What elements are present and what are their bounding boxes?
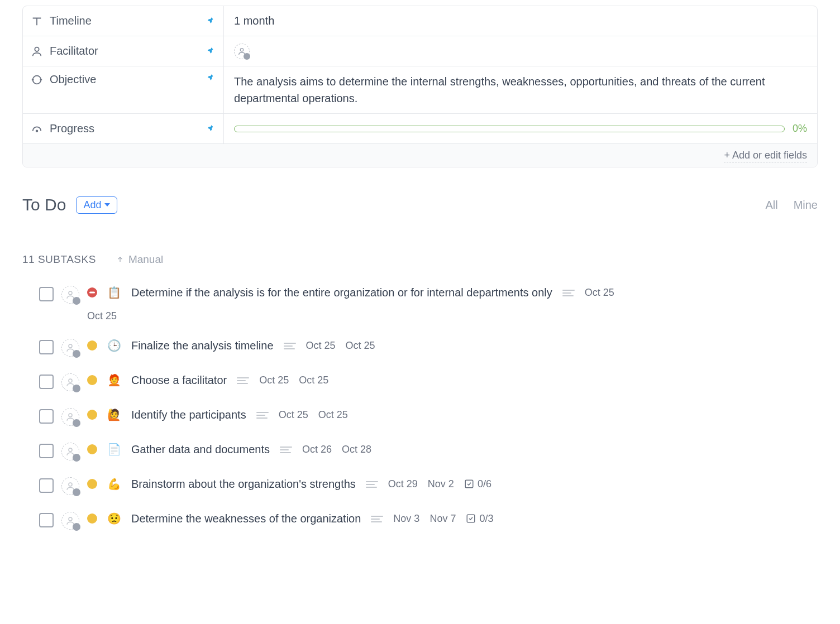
pin-icon[interactable] [206,73,216,83]
add-fields-row: + Add or edit fields [23,144,817,167]
priority-indicator [87,287,97,297]
task-end-date: Oct 25 [299,375,328,386]
task-title[interactable]: Gather data and documents [131,443,270,456]
task-emoji-icon: 🧑‍🦰 [107,373,121,387]
field-label-cell: Timeline [23,6,224,36]
tasks-list: 📋Determine if the analysis is for the en… [22,286,818,530]
task-title[interactable]: Finalize the analysis timeline [131,339,274,352]
svg-point-7 [69,414,72,417]
task-checkbox[interactable] [39,287,54,301]
add-fields-link[interactable]: + Add or edit fields [724,150,807,162]
task-emoji-icon: 🕒 [107,339,121,352]
section-title: To Do [22,195,66,214]
task-emoji-icon: 📋 [107,286,121,299]
task-start-date: Oct 26 [302,444,332,455]
sort-button[interactable]: Manual [116,253,163,266]
task-main: 🙋Identify the participantsOct 25Oct 25 [87,408,348,421]
description-icon [366,481,378,487]
task-assignee-empty[interactable] [61,373,79,391]
task-end-date: Oct 28 [342,444,371,455]
task-assignee-empty[interactable] [61,339,79,357]
task-row[interactable]: 🙋Identify the participantsOct 25Oct 25 [39,408,818,426]
task-checkbox[interactable] [39,375,54,389]
task-row[interactable]: 📋Determine if the analysis is for the en… [39,286,818,322]
description-icon [371,516,383,521]
filter-mine[interactable]: Mine [794,199,818,212]
svg-point-4 [69,291,72,295]
task-start-date: Oct 25 [279,409,308,421]
task-checkbox[interactable] [39,444,54,458]
progress-bar [234,126,785,132]
svg-point-9 [69,483,72,486]
task-emoji-icon: 😟 [107,512,121,525]
field-value[interactable] [224,36,817,66]
svg-point-1 [240,48,243,51]
field-value[interactable]: 0% [224,114,817,143]
field-label: Objective [50,73,96,86]
filter-all[interactable]: All [765,199,777,212]
svg-point-8 [69,448,72,452]
description-icon [562,290,575,295]
description-icon [237,377,249,383]
field-label-cell: Progress [23,114,224,143]
task-start-date: Oct 25 [306,340,336,352]
text-icon [31,15,43,27]
task-row[interactable]: 😟Determine the weaknesses of the organiz… [39,512,818,530]
subtasks-count: 11 SUBTASKS [22,253,96,266]
task-emoji-icon: 💪 [107,477,121,491]
task-assignee-empty[interactable] [61,477,79,495]
priority-indicator [87,479,97,489]
progress-text: 0% [793,123,807,135]
task-emoji-icon: 📄 [107,443,121,456]
task-row[interactable]: 💪Brainstorm about the organization's str… [39,477,818,495]
task-checkbox[interactable] [39,409,54,424]
field-label: Timeline [50,15,92,27]
field-row-timeline[interactable]: Timeline 1 month [23,6,817,36]
task-title[interactable]: Identify the participants [131,409,246,421]
svg-point-2 [33,75,41,84]
field-row-objective[interactable]: Objective The analysis aims to determine… [23,66,817,114]
task-main: 😟Determine the weaknesses of the organiz… [87,512,493,525]
task-start-date: Oct 25 [259,375,289,386]
task-checkbox[interactable] [39,340,54,354]
priority-indicator [87,444,97,454]
task-end-date: Oct 25 [346,340,375,352]
task-title[interactable]: Determine the weaknesses of the organiza… [131,512,361,525]
task-end-date: Nov 7 [429,513,456,525]
task-row[interactable]: 📄Gather data and documentsOct 26Oct 28 [39,443,818,460]
field-value[interactable]: The analysis aims to determine the inter… [224,66,817,113]
add-button[interactable]: Add [76,196,117,214]
description-icon [284,343,296,348]
task-start-date: Oct 25 [585,287,614,299]
todo-header: To Do Add All Mine [22,195,818,214]
task-assignee-empty[interactable] [61,443,79,460]
priority-indicator [87,513,97,524]
svg-rect-10 [465,480,473,488]
person-icon [31,45,43,57]
chevron-down-icon [104,203,110,207]
task-checkbox[interactable] [39,478,54,493]
pin-icon[interactable] [206,16,216,26]
description-icon [280,447,292,452]
field-value[interactable]: 1 month [224,6,817,36]
field-row-progress[interactable]: Progress 0% [23,114,817,144]
task-row[interactable]: 🧑‍🦰Choose a facilitatorOct 25Oct 25 [39,373,818,391]
pin-icon[interactable] [206,124,216,134]
task-title[interactable]: Determine if the analysis is for the ent… [131,286,552,299]
task-checkbox[interactable] [39,513,54,527]
task-title[interactable]: Brainstorm about the organization's stre… [131,478,356,491]
task-assignee-empty[interactable] [61,512,79,530]
task-assignee-empty[interactable] [61,408,79,426]
assignee-avatar-empty[interactable] [234,44,250,59]
task-assignee-empty[interactable] [61,286,79,304]
priority-indicator [87,375,97,385]
progress-container: 0% [234,123,807,135]
task-row[interactable]: 🕒Finalize the analysis timelineOct 25Oct… [39,339,818,357]
subtasks-bar: 11 SUBTASKS Manual [22,253,818,266]
priority-indicator [87,410,97,420]
field-row-facilitator[interactable]: Facilitator [23,36,817,66]
svg-rect-12 [467,515,475,522]
task-start-date: Oct 29 [388,478,418,490]
pin-icon[interactable] [206,46,216,56]
task-title[interactable]: Choose a facilitator [131,374,227,387]
